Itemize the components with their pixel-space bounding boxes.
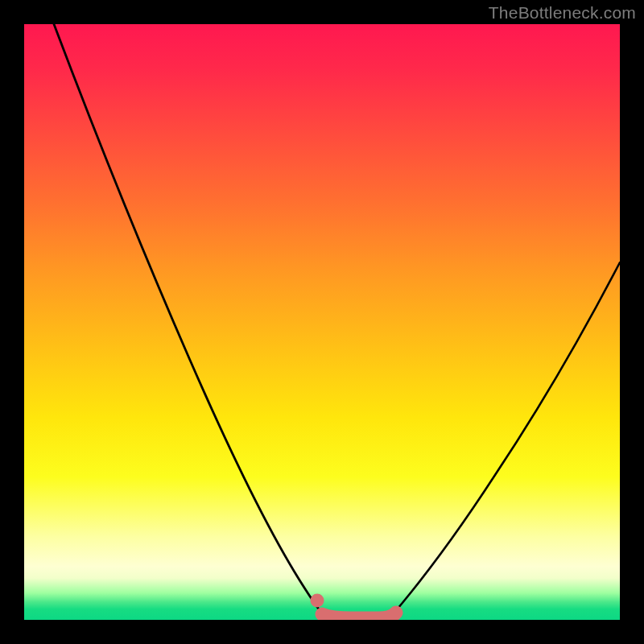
watermark-text: TheBottleneck.com xyxy=(489,3,636,23)
chart-stage: TheBottleneck.com xyxy=(0,0,644,644)
gradient-background xyxy=(24,24,620,620)
plot-area xyxy=(24,24,620,620)
